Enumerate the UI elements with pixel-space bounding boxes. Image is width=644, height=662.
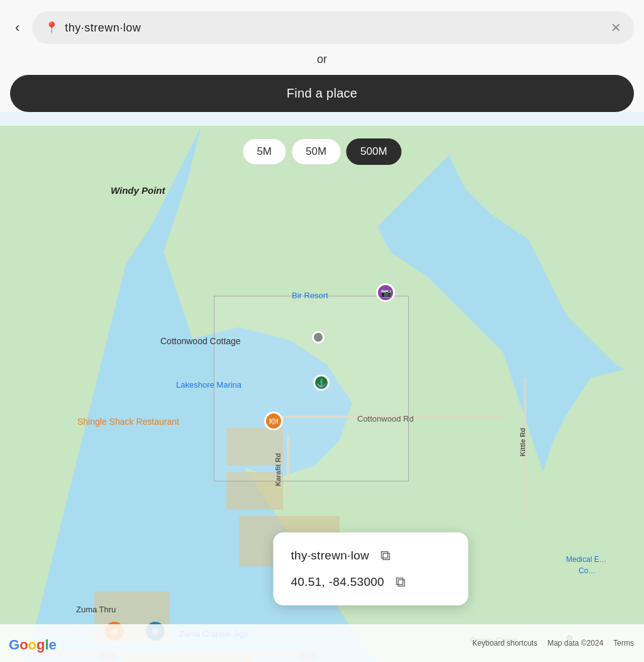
lakeshore-marina-pin[interactable]: ⚓ <box>313 374 330 391</box>
copy-coords-button[interactable]: ⧉ <box>394 573 407 592</box>
w3w-text: thy·strewn·low <box>291 549 370 563</box>
coords-row: 40.51, -84.53000 ⧉ <box>291 573 451 592</box>
cottonwood-cottage-pin[interactable] <box>312 331 325 344</box>
keyboard-shortcuts-link[interactable]: Keyboard shortcuts <box>472 639 537 648</box>
copy-w3w-button[interactable]: ⧉ <box>379 546 392 565</box>
coords-text: 40.51, -84.53000 <box>291 575 384 589</box>
map-data-text: Map data ©2024 <box>547 639 603 648</box>
search-row: ‹ 📍 thy·strewn·low ✕ <box>10 11 634 44</box>
karafit-rd-label: Karafit Rd <box>274 453 282 486</box>
kittle-rd-label: Kittle Rd <box>519 428 526 456</box>
or-text: or <box>10 53 634 66</box>
search-input[interactable]: thy·strewn·low <box>65 21 604 35</box>
bottom-bar: Keyboard shortcuts Map data ©2024 Terms <box>0 624 644 662</box>
google-logo: Google <box>9 637 57 653</box>
bir-resort-pin[interactable]: 📷 <box>376 283 395 302</box>
terms-link[interactable]: Terms <box>613 639 634 648</box>
back-button[interactable]: ‹ <box>10 17 25 38</box>
shingle-shack-pin[interactable]: 🍽 <box>264 412 283 430</box>
range-buttons: 5M 50M 500M <box>242 138 401 165</box>
map-container[interactable]: 5M 50M 500M ⚓ 🍽 📷 ⊕ ⊕ Windy Point Bir Re… <box>0 126 644 662</box>
find-place-button[interactable]: Find a place <box>10 75 634 112</box>
w3w-row: thy·strewn·low ⧉ <box>291 546 451 565</box>
clear-button[interactable]: ✕ <box>611 20 621 35</box>
search-box: 📍 thy·strewn·low ✕ <box>32 11 634 44</box>
info-popup: thy·strewn·low ⧉ 40.51, -84.53000 ⧉ <box>274 532 469 605</box>
location-icon: 📍 <box>45 21 58 35</box>
range-500m-button[interactable]: 500M <box>346 138 402 165</box>
range-50m-button[interactable]: 50M <box>291 138 341 165</box>
range-5m-button[interactable]: 5M <box>242 138 286 165</box>
header: ‹ 📍 thy·strewn·low ✕ or Find a place <box>0 0 644 112</box>
